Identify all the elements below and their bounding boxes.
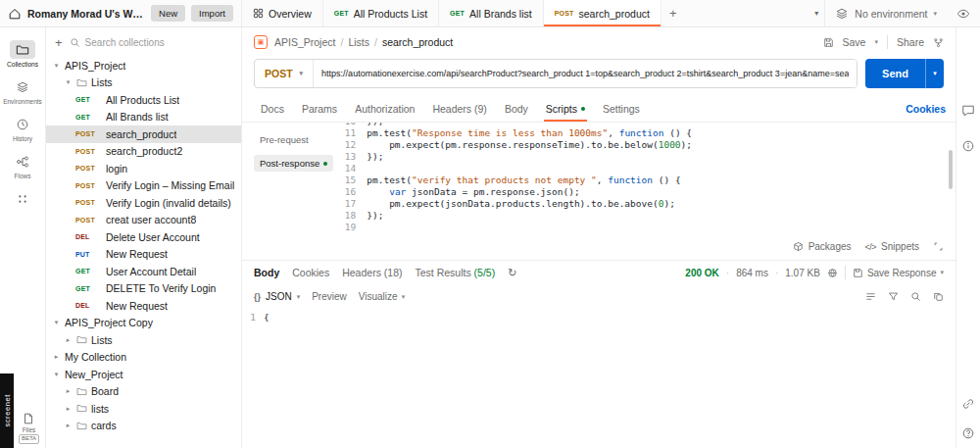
save-button[interactable]: Save xyxy=(843,36,866,48)
code-line[interactable]: 15pm.test("verify that products not empt… xyxy=(337,174,956,186)
snippets-button[interactable]: </> Snippets xyxy=(865,241,919,252)
home-icon[interactable] xyxy=(8,7,22,21)
request-tab-docs[interactable]: Docs xyxy=(252,96,293,122)
request-delete-user-account[interactable]: DELDelete User Account xyxy=(46,228,241,246)
new-tab-button[interactable]: + xyxy=(662,0,685,26)
tab-all-brands-list[interactable]: GETAll Brands list xyxy=(439,0,544,26)
connection-info-icon[interactable] xyxy=(827,268,838,278)
request-search-product[interactable]: POSTsearch_product xyxy=(46,125,241,143)
code-line[interactable]: 17 pm.expect(jsonData.products.length).t… xyxy=(337,198,956,210)
tab-search-product[interactable]: POSTsearch_product xyxy=(544,0,662,26)
fork-icon[interactable] xyxy=(933,37,944,48)
link-button[interactable] xyxy=(961,397,975,411)
request-new-request[interactable]: PUTNew Request xyxy=(46,246,241,264)
code-line[interactable]: 14 xyxy=(337,163,956,174)
response-body[interactable]: 1{ xyxy=(242,309,956,448)
code-area[interactable]: 10});11pm.test("Response time is less th… xyxy=(337,123,956,234)
collection-new-project[interactable]: ▾New_Project xyxy=(46,366,241,383)
code-line[interactable]: 11pm.test("Response time is less than 10… xyxy=(337,127,956,139)
request-delete-to-verify-login[interactable]: GETDELETE To Verify Login xyxy=(46,280,241,298)
rail-files[interactable]: Files BETA xyxy=(19,412,39,444)
share-button[interactable]: Share xyxy=(897,36,924,48)
request-all-products-list[interactable]: GETAll Products List xyxy=(46,91,241,109)
tab-overflow-chevron-icon[interactable]: ▾ xyxy=(808,0,824,26)
search-icon[interactable] xyxy=(910,291,921,302)
rail-item-history[interactable]: History xyxy=(0,110,45,147)
preview-button[interactable]: Preview xyxy=(312,291,347,302)
request-login[interactable]: POSTlogin xyxy=(46,160,241,177)
search-input[interactable] xyxy=(85,37,232,48)
help-button[interactable] xyxy=(961,426,975,440)
chevron-right-icon[interactable]: ▸ xyxy=(52,353,61,361)
code-line[interactable]: 16 var jsonData = pm.response.json(); xyxy=(337,186,956,198)
code-line[interactable]: 12 pm.expect(pm.response.responseTime).t… xyxy=(337,139,956,151)
environment-quick-look-button[interactable] xyxy=(947,0,980,26)
breadcrumb-item[interactable]: Lists xyxy=(348,36,369,48)
folder-board[interactable]: ▸Board xyxy=(46,383,241,401)
visualize-button[interactable]: Visualize ▾ xyxy=(359,291,405,302)
workspace-name[interactable]: Romany Morad U's Workspace xyxy=(27,8,145,20)
request-tab-body[interactable]: Body xyxy=(496,96,537,122)
rail-item-environments[interactable]: Environments xyxy=(0,73,45,110)
tab-all-products-list[interactable]: GETAll Products List xyxy=(323,0,439,26)
chevron-right-icon[interactable]: ▸ xyxy=(64,405,73,413)
collection-apis-project-copy[interactable]: ▾APIS_Project Copy xyxy=(46,315,241,332)
maximize-icon[interactable] xyxy=(933,241,944,252)
filter-icon[interactable] xyxy=(888,291,899,302)
response-tab-cookies[interactable]: Cookies xyxy=(292,267,329,278)
collection-my-collection[interactable]: ▸My Collection xyxy=(46,349,241,367)
breadcrumb-item[interactable]: search_product xyxy=(382,36,453,48)
code-line[interactable]: 18}); xyxy=(337,210,956,222)
save-dropdown-chevron-icon[interactable]: ▾ xyxy=(874,38,878,46)
wrap-text-icon[interactable] xyxy=(865,291,876,302)
folder-lists[interactable]: ▸lists xyxy=(46,400,241,418)
request-verify-login-missing-email[interactable]: POSTVerify Login – Missing Email xyxy=(46,177,241,195)
request-user-account-detail[interactable]: GETUser Account Detail xyxy=(46,263,241,280)
info-button[interactable] xyxy=(961,139,975,153)
script-subtab-post-response[interactable]: Post-response xyxy=(254,155,333,172)
method-selector[interactable]: POST ▾ xyxy=(255,60,314,87)
chevron-right-icon[interactable]: ▸ xyxy=(64,387,73,395)
chevron-down-icon[interactable]: ▾ xyxy=(52,371,61,378)
new-button[interactable]: New xyxy=(151,5,185,22)
save-response-button[interactable]: Save Response ▾ xyxy=(853,268,944,278)
send-button[interactable]: Send xyxy=(865,59,925,88)
environment-selector[interactable]: No environment ▾ xyxy=(824,0,947,26)
code-line[interactable]: 19 xyxy=(337,222,956,233)
rail-item-collections[interactable]: Collections xyxy=(0,35,45,73)
send-options-chevron-icon[interactable]: ▾ xyxy=(925,59,944,88)
search-box[interactable] xyxy=(70,37,232,48)
chevron-right-icon[interactable]: ▸ xyxy=(64,336,73,344)
request-verify-login-invalid-details[interactable]: POSTVerify Login (invalid details) xyxy=(46,194,241,212)
url-input[interactable] xyxy=(314,60,857,87)
collection-apis-project[interactable]: ▾APIS_Project xyxy=(46,57,241,75)
folder-lists[interactable]: ▸Lists xyxy=(46,331,241,349)
folder-lists[interactable]: ▾Lists xyxy=(46,75,241,92)
rail-item-more[interactable] xyxy=(0,185,45,214)
script-subtab-pre-request[interactable]: Pre-request xyxy=(254,131,315,148)
tab-overview[interactable]: Overview xyxy=(242,0,323,26)
packages-button[interactable]: Packages xyxy=(793,241,852,252)
code-line[interactable]: 20pm.test("Each products has id, name, b… xyxy=(337,233,956,234)
request-tab-headers-9[interactable]: Headers (9) xyxy=(423,96,495,122)
rail-item-flows[interactable]: Flows xyxy=(0,147,45,184)
request-new-request[interactable]: DELNew Request xyxy=(46,297,241,315)
code-line[interactable]: 13}); xyxy=(337,151,956,163)
cookies-link[interactable]: Cookies xyxy=(906,103,946,115)
breadcrumb-item[interactable]: APIS_Project xyxy=(274,36,335,48)
chevron-down-icon[interactable]: ▾ xyxy=(52,62,61,70)
add-collection-button[interactable]: + xyxy=(55,35,63,50)
request-tab-params[interactable]: Params xyxy=(293,96,346,122)
import-button[interactable]: Import xyxy=(191,5,233,22)
request-tab-scripts[interactable]: Scripts xyxy=(537,96,594,122)
editor-scrollbar[interactable] xyxy=(949,150,953,189)
request-creat-user-account8[interactable]: POSTcreat user account8 xyxy=(46,212,241,229)
response-tab-test-results[interactable]: Test Results (5/5) xyxy=(415,267,495,278)
request-tab-settings[interactable]: Settings xyxy=(594,96,649,122)
response-tab-headers[interactable]: Headers (18) xyxy=(342,267,402,278)
response-format-selector[interactable]: {} JSON ▾ xyxy=(254,291,300,302)
request-all-brands-list[interactable]: GETAll Brands list xyxy=(46,109,241,126)
copy-icon[interactable] xyxy=(933,291,944,302)
request-tab-authorization[interactable]: Authorization xyxy=(346,96,423,122)
comments-button[interactable] xyxy=(961,104,975,118)
